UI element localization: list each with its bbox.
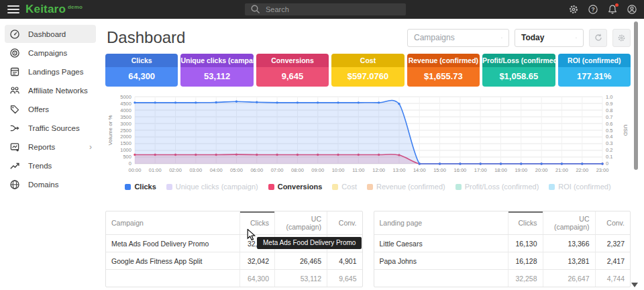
svg-text:09:00: 09:00 <box>311 167 324 173</box>
global-search[interactable] <box>245 3 406 15</box>
metric-card-conversions: Conversions 9,645 <box>256 54 329 87</box>
metric-card-clicks: Clicks 64,300 <box>105 54 178 87</box>
metric-label: Profit/Loss (confirmed) <box>482 54 555 67</box>
date-range-select[interactable]: Today <box>515 29 584 47</box>
totals-row: 64,30053,1129,645 <box>106 270 362 287</box>
svg-text:17:00: 17:00 <box>474 167 487 173</box>
row-name-cell: Google Ads Fitness App Split <box>106 252 240 270</box>
column-header-campaign[interactable]: Campaign <box>106 211 240 235</box>
metric-card-cost: Cost $597.0760 <box>331 54 404 87</box>
row-value-cell: 16,130 <box>508 235 543 252</box>
legend-item-cost[interactable]: Cost <box>332 183 357 191</box>
chevron-down-icon <box>570 36 577 40</box>
svg-text:14:00: 14:00 <box>413 167 426 173</box>
svg-text:500: 500 <box>123 154 131 160</box>
metric-cards: Clicks 64,300Unique clicks (campaign) 53… <box>105 54 631 87</box>
table-row[interactable]: Papa Johns16,12813,2812,417 <box>374 252 631 270</box>
legend-item-conversions[interactable]: Conversions <box>268 183 323 191</box>
app-logo[interactable]: Keitarodemo <box>25 3 83 16</box>
column-header-conv-[interactable]: Conv. <box>327 211 362 235</box>
legend-swatch <box>268 184 274 190</box>
topbar: Keitarodemo ? <box>0 0 644 19</box>
row-name-cell: Meta Ads Food Delivery Promo <box>106 235 240 252</box>
row-value-cell: 2,327 <box>595 235 630 252</box>
sidebar-item-label: Traffic Sources <box>28 124 80 132</box>
legend-label: Conversions <box>278 183 323 191</box>
campaigns-filter-select[interactable]: Campaigns <box>407 29 509 47</box>
sidebar-item-trends[interactable]: Trends <box>5 156 96 175</box>
svg-text:22:00: 22:00 <box>576 167 588 173</box>
sidebar-item-landings-pages[interactable]: Landings Pages <box>5 62 96 81</box>
gear-icon <box>617 34 626 42</box>
trend-icon <box>9 160 20 171</box>
sidebar-item-label: Domains <box>28 181 58 189</box>
row-tooltip: Meta Ads Food Delivery Promo <box>257 237 362 249</box>
svg-text:3000: 3000 <box>120 121 131 127</box>
metric-label: Conversions <box>256 54 329 67</box>
chart-canvas[interactable]: 0500100015002000250030003500400045005000… <box>105 93 631 179</box>
sidebar-item-dashboard[interactable]: Dashboard <box>5 25 96 43</box>
svg-text:0.9: 0.9 <box>606 101 612 107</box>
svg-text:11:00: 11:00 <box>352 167 364 173</box>
legend-item-profit-loss-confirmed-[interactable]: Profit/Loss (confirmed) <box>455 183 539 191</box>
gear-icon[interactable] <box>568 4 579 15</box>
totals-cell <box>374 270 508 287</box>
row-value-cell: 2,417 <box>595 252 630 270</box>
svg-text:19:00: 19:00 <box>515 167 527 173</box>
legend-item-roi-confirmed-[interactable]: ROI (confirmed) <box>549 183 610 191</box>
chart-legend: ClicksUnique clicks (campaign)Conversion… <box>105 183 631 191</box>
menu-icon[interactable] <box>7 5 19 13</box>
dashboard-settings-button[interactable] <box>612 29 631 47</box>
row-value-cell: 4,901 <box>327 252 362 270</box>
svg-text:0.7: 0.7 <box>606 114 612 120</box>
summary-tables: CampaignClicksUC (campaign)Conv.Meta Ads… <box>105 211 631 287</box>
table-row[interactable]: Google Ads Fitness App Split32,04226,465… <box>106 252 362 270</box>
refresh-button[interactable] <box>589 29 607 47</box>
row-name-cell: Papa Johns <box>374 252 508 270</box>
row-value-cell: 26,465 <box>275 252 327 270</box>
svg-text:4000: 4000 <box>120 107 131 113</box>
table-row[interactable]: Little Caesars16,13013,3662,327 <box>374 235 631 252</box>
metric-label: Clicks <box>105 54 178 67</box>
svg-text:12:00: 12:00 <box>372 167 385 173</box>
search-input[interactable] <box>266 5 393 13</box>
pages-icon <box>9 66 20 77</box>
svg-text:5000: 5000 <box>120 94 131 100</box>
column-header-uc-campaign-[interactable]: UC (campaign) <box>543 211 595 235</box>
sidebar-item-reports[interactable]: Reports› <box>5 138 96 156</box>
legend-item-unique-clicks-campaign-[interactable]: Unique clicks (campaign) <box>166 183 258 191</box>
column-header-conv-[interactable]: Conv. <box>595 211 630 235</box>
legend-item-revenue-confirmed-[interactable]: Revenue (confirmed) <box>367 183 445 191</box>
column-header-landing-page[interactable]: Landing page <box>374 211 508 235</box>
page-scrollbar[interactable] <box>634 21 638 170</box>
svg-text:2500: 2500 <box>120 128 131 134</box>
metric-card-profit-loss-confirmed-: Profit/Loss (confirmed) $1,058.65 <box>482 54 555 87</box>
scroll-down-arrow-icon[interactable] <box>631 283 638 287</box>
sidebar-item-offers[interactable]: Offers <box>5 100 96 118</box>
column-header-clicks[interactable]: Clicks <box>508 211 543 235</box>
search-icon <box>250 4 261 15</box>
row-name-cell: Little Caesars <box>374 235 508 252</box>
sidebar-item-domains[interactable]: Domains <box>5 175 96 193</box>
sidebar-item-affiliate-networks[interactable]: Affiliate Networks <box>5 81 96 99</box>
metric-value: $1,655.73 <box>407 67 480 87</box>
traffic-chart[interactable]: 0500100015002000250030003500400045005000… <box>105 93 631 179</box>
sidebar-item-traffic-sources[interactable]: Traffic Sources <box>5 119 96 137</box>
svg-text:0: 0 <box>606 160 608 166</box>
svg-text:1000: 1000 <box>120 147 131 153</box>
metric-value: 9,645 <box>256 67 329 87</box>
svg-text:0.3: 0.3 <box>606 140 612 146</box>
column-header-uc-campaign-[interactable]: UC (campaign) <box>275 211 327 235</box>
legend-item-clicks[interactable]: Clicks <box>125 183 156 191</box>
legend-swatch <box>455 184 462 190</box>
legend-label: Unique clicks (campaign) <box>176 183 258 191</box>
svg-text:13:00: 13:00 <box>393 167 406 173</box>
svg-text:21:00: 21:00 <box>555 167 568 173</box>
svg-text:2000: 2000 <box>120 134 131 140</box>
sidebar-item-label: Campaigns <box>28 49 67 57</box>
help-icon[interactable]: ? <box>588 4 598 15</box>
bell-icon[interactable] <box>607 4 618 15</box>
column-header-clicks[interactable]: Clicks <box>240 211 275 235</box>
sidebar-item-campaigns[interactable]: Campaigns <box>5 44 96 62</box>
account-icon[interactable] <box>627 4 637 15</box>
